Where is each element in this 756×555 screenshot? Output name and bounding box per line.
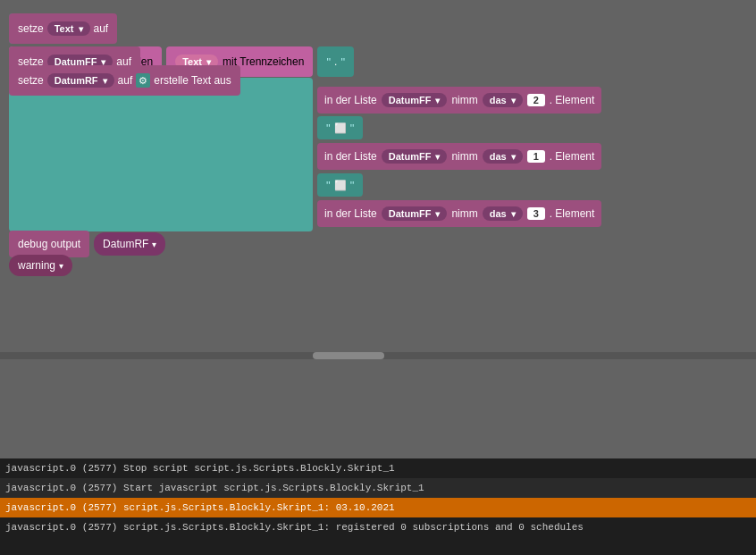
warning-label: warning [18, 259, 55, 272]
dot-value: . [334, 55, 337, 68]
console-line-2: javascript.0 (2577) Start javascript scr… [0, 478, 756, 498]
setze-label: setze [18, 22, 44, 35]
canvas: setze Text auf " 10.03.2021 " setze Datu… [0, 0, 756, 456]
element-3: . Element [550, 207, 595, 220]
scrollbar-thumb[interactable] [313, 352, 384, 359]
auf-label-1: auf [94, 22, 109, 35]
das-3[interactable]: das [483, 206, 523, 221]
num-1[interactable]: 2 [527, 94, 545, 106]
block-row-1: setze Text auf " 10.03.2021 " [9, 13, 96, 44]
warning-block-row: warning ▾ [9, 255, 72, 276]
teal-container [9, 78, 313, 231]
inner-quote-2: " ⬜ " [317, 173, 363, 197]
inner-list-block-3[interactable]: in der Liste DatumFF nimm das 3 . Elemen… [317, 200, 601, 227]
datumRF-value: DatumRF [103, 238, 148, 250]
inner-block-row-2: in der Liste DatumFF nimm das 1 . Elemen… [317, 143, 601, 170]
console-line-4: javascript.0 (2577) script.js.Scripts.Bl… [0, 517, 756, 537]
datumRF-output-pill[interactable]: DatumRF ▾ [94, 232, 165, 256]
gear-icon[interactable]: ⚙ [136, 73, 150, 88]
erstelle-text-label: erstelle Text aus [154, 74, 231, 87]
setze-text-block[interactable]: setze Text auf [9, 13, 117, 44]
setze-label-3: setze [18, 74, 44, 87]
num-3[interactable]: 3 [527, 207, 545, 220]
text-pill-1[interactable]: Text [47, 21, 90, 36]
das-1[interactable]: das [483, 93, 523, 107]
inner-block-row-1: in der Liste DatumFF nimm das 2 . Elemen… [317, 87, 601, 114]
datumRF-pill[interactable]: DatumRF [47, 73, 114, 88]
console-line-1: javascript.0 (2577) Stop script script.j… [0, 458, 756, 478]
dot-quote-block[interactable]: " . " [317, 46, 354, 77]
auf-label-3: auf [118, 74, 133, 87]
datumFF-inner-2[interactable]: DatumFF [382, 149, 448, 164]
debug-block-row: debug output DatumRF ▾ [9, 231, 165, 257]
datumFF-inner-3[interactable]: DatumFF [382, 206, 448, 221]
console-area: javascript.0 (2577) Stop script script.j… [0, 458, 756, 555]
inner-list-block-1[interactable]: in der Liste DatumFF nimm das 2 . Elemen… [317, 87, 601, 114]
element-1: . Element [550, 94, 595, 106]
in-der-liste-2: in der Liste [324, 150, 377, 163]
inner-block-row-3: in der Liste DatumFF nimm das 3 . Elemen… [317, 200, 601, 227]
console-line-3: javascript.0 (2577) script.js.Scripts.Bl… [0, 498, 756, 517]
datumRF-arrow: ▾ [152, 240, 156, 249]
das-2[interactable]: das [483, 149, 523, 164]
nimm-2: nimm [451, 150, 477, 163]
warning-pill[interactable]: warning ▾ [9, 255, 72, 276]
element-2: . Element [550, 150, 595, 163]
warning-arrow: ▾ [59, 261, 63, 271]
in-der-liste-1: in der Liste [324, 94, 377, 106]
debug-output-label: debug output [18, 238, 80, 250]
nimm-1: nimm [451, 94, 477, 106]
nimm-3: nimm [451, 207, 477, 220]
in-der-liste-3: in der Liste [324, 207, 377, 220]
inner-quote-block-2[interactable]: " ⬜ " [317, 173, 363, 197]
scrollbar-track [0, 352, 756, 359]
num-2[interactable]: 1 [527, 150, 545, 163]
inner-list-block-2[interactable]: in der Liste DatumFF nimm das 1 . Elemen… [317, 143, 601, 170]
debug-output-block[interactable]: debug output [9, 231, 89, 257]
inner-quote-1: " ⬜ " [317, 116, 363, 139]
datumFF-inner-1[interactable]: DatumFF [382, 93, 448, 107]
setze-datumRF-block[interactable]: setze DatumRF auf ⚙ erstelle Text aus [9, 65, 240, 96]
inner-quote-block-1[interactable]: " ⬜ " [317, 116, 363, 139]
